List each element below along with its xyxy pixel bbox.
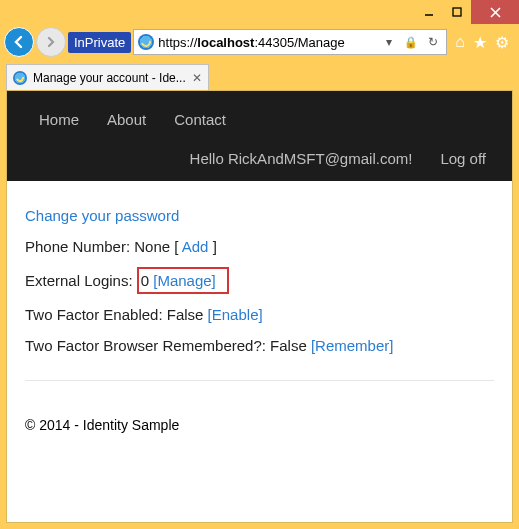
inprivate-badge: InPrivate bbox=[68, 32, 131, 53]
site-navbar: Home About Contact Hello RickAndMSFT@gma… bbox=[7, 91, 512, 181]
external-logins-row: External Logins: 0 [Manage] bbox=[25, 267, 494, 294]
two-factor-enabled-row: Two Factor Enabled: False [Enable] bbox=[25, 304, 494, 325]
forward-button[interactable] bbox=[36, 27, 66, 57]
close-button[interactable] bbox=[471, 0, 519, 24]
page-footer: © 2014 - Identity Sample bbox=[7, 409, 512, 451]
browser-toolbar: InPrivate https://localhost:44305/Manage… bbox=[0, 24, 519, 60]
url-text: https://localhost:44305/Manage bbox=[158, 35, 376, 50]
home-icon[interactable]: ⌂ bbox=[455, 33, 465, 52]
tab-strip: Manage your account - Ide... ✕ bbox=[0, 60, 519, 90]
remember-browser-link[interactable]: [Remember] bbox=[311, 337, 394, 354]
settings-icon[interactable]: ⚙ bbox=[495, 33, 509, 52]
svg-rect-1 bbox=[453, 8, 461, 16]
external-logins-highlight: 0 [Manage] bbox=[137, 267, 229, 294]
enable-two-factor-link[interactable]: [Enable] bbox=[208, 306, 263, 323]
page-body: Change your password Phone Number: None … bbox=[7, 181, 512, 380]
tab-title: Manage your account - Ide... bbox=[33, 71, 186, 85]
nav-greeting[interactable]: Hello RickAndMSFT@gmail.com! bbox=[190, 150, 413, 167]
browser-tab[interactable]: Manage your account - Ide... ✕ bbox=[6, 64, 209, 90]
tab-close-icon[interactable]: ✕ bbox=[192, 71, 202, 85]
change-password-link[interactable]: Change your password bbox=[25, 207, 179, 224]
add-phone-link[interactable]: Add bbox=[182, 238, 209, 255]
nav-logoff[interactable]: Log off bbox=[440, 150, 486, 167]
window-titlebar bbox=[0, 0, 519, 24]
divider bbox=[25, 380, 494, 381]
nav-contact[interactable]: Contact bbox=[174, 111, 226, 128]
phone-number-row: Phone Number: None [ Add ] bbox=[25, 236, 494, 257]
favorites-icon[interactable]: ★ bbox=[473, 33, 487, 52]
nav-home[interactable]: Home bbox=[39, 111, 79, 128]
nav-about[interactable]: About bbox=[107, 111, 146, 128]
page-viewport: Home About Contact Hello RickAndMSFT@gma… bbox=[6, 90, 513, 523]
minimize-button[interactable] bbox=[415, 0, 443, 24]
ie-icon bbox=[138, 34, 154, 50]
two-factor-browser-row: Two Factor Browser Remembered?: False [R… bbox=[25, 335, 494, 356]
maximize-button[interactable] bbox=[443, 0, 471, 24]
ie-icon bbox=[13, 71, 27, 85]
chevron-down-icon[interactable]: ▾ bbox=[380, 35, 398, 49]
refresh-icon[interactable]: ↻ bbox=[424, 35, 442, 49]
manage-external-logins-link[interactable]: [Manage] bbox=[153, 272, 216, 289]
back-button[interactable] bbox=[4, 27, 34, 57]
address-bar[interactable]: https://localhost:44305/Manage ▾ 🔒 ↻ bbox=[133, 29, 447, 55]
lock-icon[interactable]: 🔒 bbox=[402, 36, 420, 49]
